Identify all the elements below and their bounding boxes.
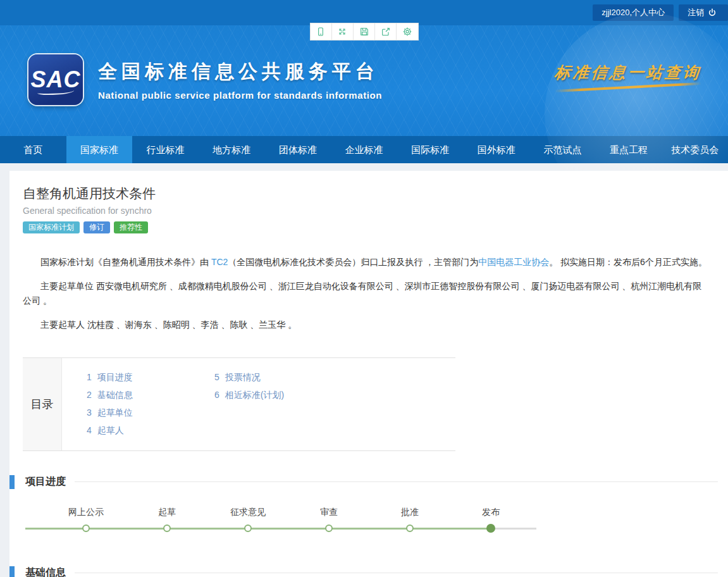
share-icon[interactable] (375, 23, 397, 40)
toc-link-basic-info[interactable]: 2基础信息 (87, 386, 214, 404)
summary-text-1: 国家标准计划《自整角机通用技术条件》由 (40, 257, 211, 267)
nav-item-national-standards[interactable]: 国家标准 (66, 136, 133, 163)
drafters-paragraph: 主要起草人 沈桂霞 、谢海东 、陈昭明 、李浩 、陈耿 、兰玉华 。 (23, 318, 710, 332)
section-header-basic-info: 基础信息 (9, 566, 728, 577)
timeline-track-end (495, 528, 536, 530)
nav-item-local-standards[interactable]: 地方标准 (199, 136, 265, 163)
nav-item-foreign-standards[interactable]: 国外标准 (463, 136, 529, 163)
summary-text-2: （全国微电机标准化技术委员会）归口上报及执行 ，主管部门为 (228, 257, 478, 267)
mobile-icon[interactable] (311, 23, 332, 40)
progress-timeline: 网上公示 起草 征求意见 审查 批准 发布 (25, 507, 544, 537)
nav-item-home[interactable]: 首页 (0, 136, 66, 163)
page: zjjl2020,个人中心 注销 (0, 0, 728, 577)
save-icon[interactable] (354, 23, 375, 40)
summary-text-3: 。 拟实施日期：发布后6个月正式实施。 (549, 257, 707, 267)
slogan-text: 标准信息一站查询 (553, 62, 702, 83)
nav-item-industry-standards[interactable]: 行业标准 (132, 136, 199, 163)
tag-row: 国家标准计划 修订 推荐性 (23, 221, 728, 233)
table-of-contents: 目录 1项目进度 2基础信息 3起草单位 4起草人 5投票情况 6相近标准(计划… (23, 357, 455, 451)
site-subtitle: National public service platform for sta… (98, 90, 382, 101)
sac-logo: SAC (28, 54, 83, 105)
logout-button[interactable]: 注销 (679, 4, 728, 21)
site-title: 全国标准信息公共服务平台 (98, 59, 382, 85)
nav-item-group-standards[interactable]: 团体标准 (265, 136, 331, 163)
section-title-progress: 项目进度 (25, 475, 66, 488)
timeline-dot-current (486, 524, 495, 533)
power-icon (708, 8, 717, 17)
timeline-dot (406, 524, 414, 532)
timeline-dot (325, 524, 333, 532)
brand: SAC 全国标准信息公共服务平台 National public service… (28, 54, 382, 105)
toc-link-similar-standards[interactable]: 6相近标准(计划) (214, 386, 342, 404)
timeline-track (25, 528, 495, 530)
logout-label: 注销 (688, 4, 704, 21)
toc-link-progress[interactable]: 1项目进度 (87, 368, 214, 386)
tag-recommended: 推荐性 (114, 221, 148, 233)
logo-swoosh (37, 89, 74, 95)
tc2-link[interactable]: TC2 (211, 257, 228, 267)
section-accent-bar (9, 475, 15, 489)
section-divider (75, 481, 718, 482)
toc-label: 目录 (23, 358, 62, 450)
tag-national-plan: 国家标准计划 (23, 221, 80, 233)
section-divider (75, 573, 718, 573)
timeline-dot (163, 524, 171, 532)
toc-link-voting[interactable]: 5投票情况 (214, 368, 342, 386)
summary-paragraph: 国家标准计划《自整角机通用技术条件》由 TC2（全国微电机标准化技术委员会）归口… (23, 255, 710, 269)
site-header: SAC 全国标准信息公共服务平台 National public service… (0, 25, 728, 136)
timeline-dot (82, 524, 90, 532)
toc-link-drafters[interactable]: 4起草人 (87, 421, 214, 439)
accessibility-toolbar (310, 23, 419, 40)
slogan: 标准信息一站查询 (555, 62, 701, 89)
section-accent-bar (9, 566, 15, 577)
authority-link[interactable]: 中国电器工业协会 (478, 257, 549, 267)
content-background: 自整角机通用技术条件 General specification for syn… (0, 163, 728, 577)
nav-item-enterprise-standards[interactable]: 企业标准 (331, 136, 397, 163)
fullscreen-icon[interactable] (332, 23, 354, 40)
section-title-basic-info: 基础信息 (25, 566, 66, 577)
settings-icon[interactable] (397, 23, 417, 40)
tag-revision: 修订 (83, 221, 110, 233)
section-header-progress: 项目进度 (9, 475, 728, 489)
toc-link-drafting-units[interactable]: 3起草单位 (87, 404, 214, 421)
nav-item-international-standards[interactable]: 国际标准 (397, 136, 464, 163)
timeline-dot (244, 524, 252, 532)
content-card: 自整角机通用技术条件 General specification for syn… (9, 171, 728, 577)
drafting-units-paragraph: 主要起草单位 西安微电机研究所 、成都微精电机股份公司 、浙江巨龙自动化设备有限… (23, 279, 710, 307)
